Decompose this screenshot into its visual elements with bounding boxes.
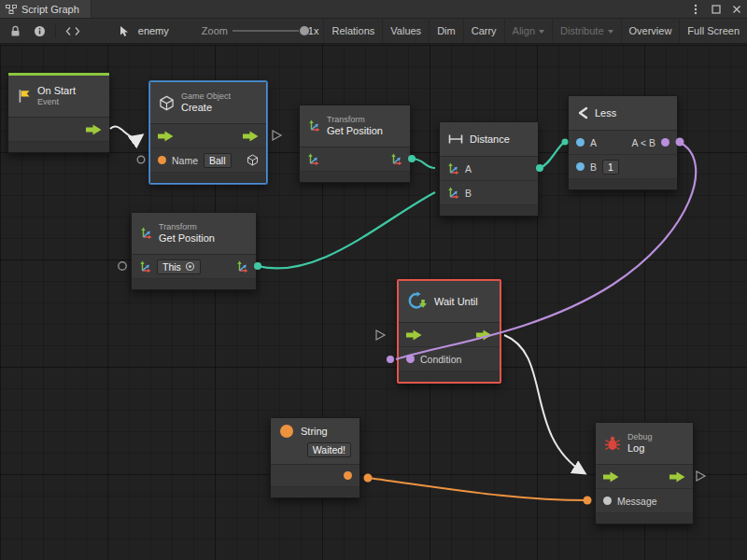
graph-canvas[interactable]: On Start Event Game Object Create [0, 45, 747, 560]
flow-stub [376, 330, 385, 340]
lock-button[interactable] [4, 19, 27, 43]
node-category: Debug [627, 432, 653, 442]
node-footer [132, 279, 256, 289]
flow-input-port[interactable] [603, 471, 619, 483]
string-output-port[interactable] [344, 471, 352, 480]
result-port-label: A < B [632, 137, 655, 148]
node-create[interactable]: Game Object Create Name Ball [149, 81, 267, 184]
overview-button[interactable]: Overview [621, 19, 680, 43]
flow-output-port[interactable] [243, 131, 259, 142]
node-category: Transform [159, 222, 215, 232]
condition-input-port[interactable] [406, 355, 415, 363]
node-wait-until-header: Wait Until [399, 281, 500, 322]
bug-icon [604, 436, 621, 451]
node-create-header: Game Object Create [150, 82, 266, 123]
flow-output-port[interactable] [669, 471, 685, 483]
condition-port-label: Condition [420, 354, 461, 365]
node-distance-header: Distance [440, 122, 538, 156]
name-value-field[interactable]: Ball [204, 153, 232, 168]
target-value-field[interactable]: This [157, 259, 201, 274]
wait-clock-icon [407, 291, 428, 312]
name-input-port[interactable] [158, 156, 166, 164]
name-port-label: Name [172, 155, 198, 166]
graph-breadcrumb[interactable]: enemy [119, 25, 174, 37]
relations-label: Relations [331, 25, 374, 36]
flow-stub [273, 131, 281, 140]
pointer-icon [119, 25, 129, 37]
message-port-label: Message [617, 496, 657, 507]
node-less[interactable]: Less A A < B B 1 [568, 95, 678, 190]
chevron-down-icon [539, 30, 544, 34]
game-object-output-port[interactable] [247, 154, 259, 166]
carry-button[interactable]: Carry [463, 19, 504, 43]
object-picker-icon[interactable] [185, 261, 195, 272]
b-input-port[interactable] [576, 162, 585, 171]
string-value: Waited! [313, 444, 345, 455]
script-graph-icon [6, 4, 17, 15]
port-cap [387, 356, 394, 363]
full-screen-button[interactable]: Full Screen [679, 19, 747, 43]
node-string[interactable]: String Waited! [270, 417, 360, 498]
window-menu-button[interactable] [685, 0, 706, 18]
zoom-slider-handle[interactable] [300, 26, 309, 35]
b-value-field[interactable]: 1 [602, 160, 619, 175]
flow-input-port[interactable] [158, 131, 174, 142]
node-footer [150, 173, 266, 183]
node-on-start[interactable]: On Start Event [7, 72, 110, 153]
values-button[interactable]: Values [382, 19, 429, 43]
message-input-port[interactable] [603, 497, 612, 505]
wire-distance-to-less [540, 142, 565, 168]
b-input-port[interactable] [447, 187, 459, 200]
close-button[interactable] [726, 0, 747, 18]
node-subtitle: Event [37, 97, 76, 107]
overview-label: Overview [629, 25, 672, 36]
titlebar-spacer [92, 0, 685, 18]
flow-input-port[interactable] [406, 329, 422, 341]
zoom-slider-track [233, 30, 299, 32]
a-port-label: A [465, 163, 472, 175]
distance-icon [448, 133, 463, 145]
info-button[interactable] [27, 19, 52, 43]
code-preview-button[interactable] [59, 19, 87, 43]
node-title: Distance [470, 133, 510, 145]
a-input-port[interactable] [576, 138, 585, 147]
unconnected-port[interactable] [119, 262, 126, 270]
flow-output-port[interactable] [476, 329, 492, 341]
node-distance[interactable]: Distance A B [439, 121, 539, 217]
transform-input-port[interactable] [139, 260, 151, 273]
unconnected-port[interactable] [137, 156, 145, 163]
position-output-port[interactable] [390, 153, 402, 166]
node-footer [399, 371, 500, 382]
dim-button[interactable]: Dim [429, 19, 463, 43]
b-port-label: B [590, 161, 597, 173]
a-port-label: A [590, 137, 597, 148]
align-button[interactable]: Align [504, 19, 552, 43]
flow-output-port[interactable] [86, 124, 102, 135]
code-icon [65, 26, 80, 36]
node-wait-until[interactable]: Wait Until Condition [397, 279, 501, 384]
relations-button[interactable]: Relations [323, 19, 382, 43]
node-get-position-bottom[interactable]: Transform Get Position This [131, 212, 257, 290]
a-input-port[interactable] [447, 162, 459, 175]
node-get-position-top[interactable]: Transform Get Position [299, 105, 411, 183]
transform-icon [308, 119, 320, 133]
node-debug-log[interactable]: Debug Log Message [595, 422, 694, 525]
tab-script-graph[interactable]: Script Graph [0, 0, 92, 18]
maximize-button[interactable] [706, 0, 726, 18]
full-screen-label: Full Screen [687, 25, 740, 36]
titlebar: Script Graph [0, 0, 747, 19]
position-output-port[interactable] [236, 260, 248, 273]
b-port-label: B [465, 188, 472, 199]
toolbar-separator [55, 24, 56, 38]
zoom-label: Zoom [202, 25, 228, 36]
distribute-button[interactable]: Distribute [552, 19, 620, 43]
string-icon [279, 424, 294, 439]
zoom-slider[interactable] [233, 24, 299, 37]
wire-string-to-message [368, 478, 587, 500]
values-label: Values [390, 25, 421, 36]
node-on-start-header: On Start Event [8, 76, 109, 117]
node-title: Wait Until [434, 296, 478, 307]
result-output-port[interactable] [661, 138, 669, 147]
transform-input-port[interactable] [307, 153, 319, 166]
string-value-field[interactable]: Waited! [307, 442, 351, 457]
